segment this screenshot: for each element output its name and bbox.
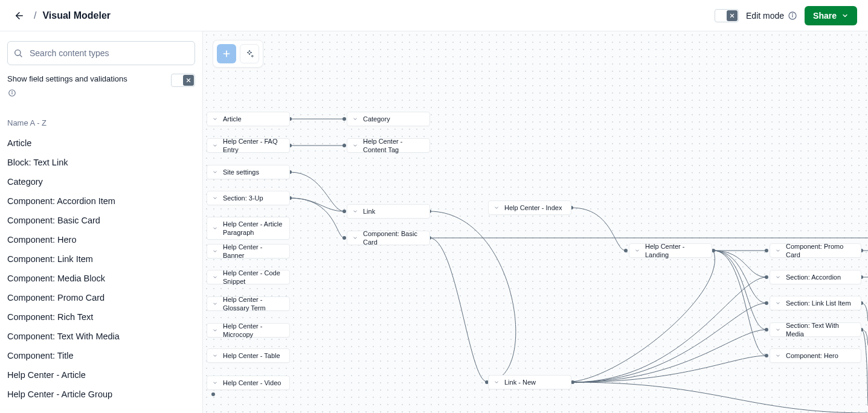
node-glossary-term[interactable]: Help Center - Glossary Term [207, 296, 290, 311]
main: Show field settings and validations Name… [0, 31, 868, 413]
svg-point-37 [765, 328, 768, 331]
plus-icon [222, 49, 231, 59]
node-label: Help Center - Article Paragraph [223, 220, 283, 237]
node-label: Site settings [223, 168, 259, 176]
svg-point-20 [342, 144, 346, 147]
node-label: Link [363, 207, 375, 216]
svg-point-23 [342, 210, 346, 213]
sidebar: Show field settings and validations Name… [0, 31, 203, 413]
info-icon[interactable] [788, 11, 797, 21]
node-faq-entry[interactable]: Help Center - FAQ Entry [207, 138, 290, 153]
toggle-knob [183, 75, 194, 86]
auto-layout-button[interactable] [240, 44, 259, 63]
show-fields-toggle[interactable] [171, 74, 195, 87]
node-label: Help Center - Table [223, 351, 280, 360]
node-label: Category [363, 115, 390, 123]
node-port [211, 392, 215, 396]
list-item[interactable]: Component: Accordion Item [7, 191, 195, 211]
list-item[interactable]: Block: Text Link [7, 153, 195, 172]
node-site-settings[interactable]: Site settings [207, 165, 290, 179]
chevron-down-icon [774, 325, 782, 334]
list-item[interactable]: Article [7, 133, 195, 153]
node-code-snippet[interactable]: Help Center - Code Snippet [207, 270, 290, 284]
node-label: Help Center - Code Snippet [223, 269, 283, 286]
node-section-linklist[interactable]: Section: Link List Item [770, 296, 861, 310]
node-label: Component: Promo Card [786, 242, 855, 259]
node-link-new[interactable]: Link - New [488, 375, 571, 389]
node-promo-card[interactable]: Component: Promo Card [770, 243, 861, 258]
list-item[interactable]: Component: Basic Card [7, 211, 195, 230]
search-icon [13, 48, 23, 58]
node-label: Section: Text With Media [786, 321, 855, 338]
node-video[interactable]: Help Center - Video [207, 376, 290, 390]
node-section-textmedia[interactable]: Section: Text With Media [770, 322, 861, 337]
node-hc-index[interactable]: Help Center - Index [488, 200, 571, 215]
svg-point-29 [624, 249, 628, 252]
back-button[interactable] [11, 7, 28, 24]
list-item[interactable]: Help Center - Article Group [7, 385, 195, 404]
search-input[interactable] [7, 41, 195, 65]
node-banner[interactable]: Help Center - Banner [207, 244, 290, 258]
node-section-accordion[interactable]: Section: Accordion [770, 270, 861, 284]
chevron-down-icon [211, 141, 219, 150]
node-table[interactable]: Help Center - Table [207, 348, 290, 363]
chevron-down-icon [211, 224, 219, 232]
chevron-down-icon [774, 246, 782, 255]
edit-mode-text: Edit mode [746, 11, 784, 21]
share-button-label: Share [813, 11, 837, 21]
node-microcopy[interactable]: Help Center - Microcopy [207, 323, 290, 338]
svg-point-5 [792, 13, 793, 14]
node-article[interactable]: Article [207, 112, 290, 126]
arrow-left-icon [14, 10, 25, 21]
node-label: Component: Hero [786, 351, 838, 360]
node-label: Help Center - Index [504, 203, 562, 212]
svg-point-35 [765, 275, 768, 279]
chevron-down-icon [211, 273, 219, 281]
node-label: Help Center - Landing [645, 242, 706, 259]
svg-point-24 [342, 236, 346, 240]
node-label: Help Center - Content Tag [363, 137, 423, 154]
node-label: Help Center - Video [223, 379, 281, 387]
list-item[interactable]: Component: Link Item [7, 249, 195, 269]
node-label: Help Center - Banner [223, 243, 283, 260]
info-icon[interactable] [7, 88, 17, 98]
add-node-button[interactable] [217, 44, 236, 63]
node-link[interactable]: Link [347, 204, 430, 219]
list-item[interactable]: Component: Rich Text [7, 307, 195, 327]
list-item[interactable]: Component: Hero [7, 230, 195, 249]
node-basic-card[interactable]: Component: Basic Card [347, 231, 430, 245]
edges-layer [203, 31, 868, 413]
node-article-paragraph[interactable]: Help Center - Article Paragraph [207, 217, 290, 240]
canvas[interactable]: Article Help Center - FAQ Entry Site set… [203, 31, 868, 413]
node-label: Section: Accordion [786, 273, 841, 281]
show-fields-label: Show field settings and validations [7, 74, 134, 98]
edit-mode-toggle[interactable] [715, 9, 739, 22]
node-label: Help Center - Glossary Term [223, 295, 283, 312]
list-item[interactable]: Component: Text With Media [7, 327, 195, 346]
chevron-down-icon [211, 299, 219, 308]
node-hc-landing[interactable]: Help Center - Landing [629, 243, 712, 258]
svg-point-34 [765, 249, 768, 252]
node-component-hero[interactable]: Component: Hero [770, 348, 861, 363]
chevron-down-icon [492, 203, 501, 212]
list-item[interactable]: Component: Title [7, 346, 195, 365]
canvas-toolbar [213, 40, 263, 68]
sparkle-icon [245, 49, 254, 59]
node-category[interactable]: Category [347, 112, 430, 126]
svg-point-17 [342, 117, 346, 121]
node-content-tag[interactable]: Help Center - Content Tag [347, 138, 430, 153]
list-item[interactable]: Help Center - Article [7, 365, 195, 385]
list-item[interactable]: Component: Media Block [7, 269, 195, 288]
list-item[interactable]: Category [7, 172, 195, 191]
chevron-down-icon [774, 351, 782, 360]
chevron-down-icon [774, 299, 782, 307]
chevron-down-icon [351, 207, 359, 216]
sort-label: Name A - Z [7, 118, 195, 127]
list-item[interactable]: Component: Promo Card [7, 288, 195, 307]
topbar: / Visual Modeler Edit mode Share [0, 0, 868, 31]
share-button[interactable]: Share [805, 6, 857, 25]
show-fields-text: Show field settings and validations [7, 74, 127, 85]
content-type-list: Article Block: Text Link Category Compon… [7, 133, 195, 404]
node-label: Component: Basic Card [363, 229, 423, 246]
node-section-3up[interactable]: Section: 3-Up [207, 191, 290, 205]
